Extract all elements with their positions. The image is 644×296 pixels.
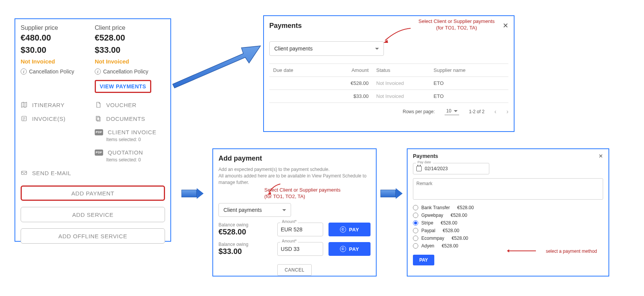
quotation-label: QUOTATION <box>108 149 143 156</box>
col-status: Status <box>376 67 434 73</box>
send-email-link[interactable]: SEND E-MAIL <box>21 169 165 176</box>
dialog-title: Payments <box>413 153 438 159</box>
table-row[interactable]: $33.00 Not Invoiced ETO <box>269 90 508 103</box>
list-icon <box>21 115 28 122</box>
payment-method-bank-transfer[interactable]: Bank Transfer €528.00 <box>413 205 603 210</box>
cancellation-label: Cancellation Policy <box>103 68 148 75</box>
add-service-button[interactable]: ADD SERVICE <box>21 207 165 222</box>
itinerary-link[interactable]: ITINERARY <box>21 101 91 108</box>
quotation-sub: Items selected: 0 <box>106 157 165 163</box>
col-supplier: Supplier name <box>434 67 508 73</box>
itinerary-label: ITINERARY <box>32 102 65 108</box>
amount-input[interactable] <box>277 223 323 236</box>
payment-method-options: Bank Transfer €528.00 Gpwebpay €528.00 S… <box>413 205 603 249</box>
pay-button[interactable]: PAY <box>413 255 434 265</box>
svg-marker-4 <box>173 46 261 88</box>
info-icon: i <box>95 68 101 75</box>
send-email-label: SEND E-MAIL <box>32 170 71 176</box>
pay-date-input[interactable]: 02/14/2023 <box>413 163 489 174</box>
payment-type-select[interactable]: Client payments <box>269 41 384 56</box>
payment-type-select[interactable]: Client payments <box>218 203 291 217</box>
select-value: Client payments <box>274 46 312 52</box>
balance-owing-label: Balance owing <box>218 242 272 247</box>
annotation-arrow-icon <box>509 250 536 251</box>
radio-icon <box>413 228 418 233</box>
pay-icon: © <box>340 226 346 233</box>
svg-rect-1 <box>96 116 99 120</box>
invoices-label: INVOICE(S) <box>32 115 66 122</box>
summary-panel: Supplier price €480.00 $30.00 Not Invoic… <box>15 18 171 242</box>
supplier-status: Not Invoiced <box>21 58 91 65</box>
client-cancellation-link[interactable]: i Cancellation Policy <box>95 68 165 75</box>
next-page-button[interactable]: › <box>506 108 508 115</box>
radio-icon <box>413 213 418 218</box>
documents-icon <box>95 115 102 122</box>
amount-label: Amount* <box>280 220 298 224</box>
client-price-eur: €528.00 <box>95 33 165 43</box>
annotation-arrow-icon <box>382 28 413 43</box>
voucher-label: VOUCHER <box>106 102 136 108</box>
client-invoice-link[interactable]: PDF CLIENT INVOICE <box>95 129 165 135</box>
radio-icon <box>413 243 418 249</box>
cancellation-label: Cancellation Policy <box>29 68 74 75</box>
payment-method-stripe[interactable]: Stripe €528.00 <box>413 220 603 226</box>
balance-owing-value: €528.00 <box>218 228 272 236</box>
remark-input[interactable] <box>413 178 603 200</box>
supplier-col: Supplier price €480.00 $30.00 Not Invoic… <box>21 24 91 93</box>
payment-method-adyen[interactable]: Adyen €528.00 <box>413 243 603 249</box>
annotation: Select Client or Supplier payments (for … <box>419 18 495 31</box>
add-payment-dialog: Add payment Add an expected payment(s) t… <box>212 148 377 276</box>
close-icon[interactable]: ✕ <box>503 21 508 30</box>
annotation: select a payment method <box>546 249 597 254</box>
documents-link[interactable]: DOCUMENTS <box>95 115 165 122</box>
radio-icon <box>413 205 418 210</box>
radio-icon <box>413 220 418 226</box>
rows-per-page-select[interactable]: 10 <box>445 108 459 115</box>
client-col: Client price €528.00 $33.00 Not Invoiced… <box>95 24 165 93</box>
mail-icon <box>21 169 28 176</box>
svg-rect-3 <box>21 171 27 175</box>
pay-button[interactable]: © PAY <box>328 223 371 236</box>
quotation-link[interactable]: PDF QUOTATION <box>95 149 165 156</box>
map-icon <box>21 101 28 108</box>
payment-method-paypal[interactable]: Paypal €528.00 <box>413 228 603 233</box>
flow-arrow-icon <box>171 44 262 90</box>
col-due-date: Due date <box>269 67 334 73</box>
client-invoice-sub: Items selected: 0 <box>106 137 165 142</box>
chevron-down-icon <box>375 48 379 50</box>
invoices-link[interactable]: INVOICE(S) <box>21 115 91 122</box>
dialog-title: Add payment <box>218 155 371 163</box>
amount-input[interactable] <box>277 242 323 256</box>
svg-rect-2 <box>97 117 100 121</box>
add-payment-button[interactable]: ADD PAYMENT <box>21 185 165 201</box>
pay-date-label: Pay date <box>416 160 433 164</box>
voucher-link[interactable]: VOUCHER <box>95 101 165 108</box>
supplier-price-label: Supplier price <box>21 24 91 31</box>
calendar-icon <box>416 166 422 171</box>
cancel-button[interactable]: CANCEL <box>277 264 312 276</box>
annotation-arrow-icon <box>267 183 282 195</box>
page-range: 1-2 of 2 <box>469 109 485 114</box>
close-icon[interactable]: ✕ <box>599 153 603 159</box>
balance-owing-label: Balance owing <box>218 222 272 228</box>
supplier-cancellation-link[interactable]: i Cancellation Policy <box>21 68 91 75</box>
add-offline-service-button[interactable]: ADD OFFLINE SERVICE <box>21 228 165 244</box>
payment-method-gpwebpay[interactable]: Gpwebpay €528.00 <box>413 213 603 218</box>
client-price-label: Client price <box>95 24 165 31</box>
documents-label: DOCUMENTS <box>106 115 145 122</box>
amount-label: Amount* <box>280 239 298 243</box>
pay-button[interactable]: © PAY <box>328 242 371 256</box>
dialog-title: Payments <box>269 22 302 30</box>
table-header: Due date Amount Status Supplier name <box>269 64 508 77</box>
view-payments-button[interactable]: VIEW PAYMENTS <box>95 80 151 93</box>
table-pager: Rows per page: 10 1-2 of 2 ‹ › <box>269 108 508 115</box>
payment-method-ecommpay[interactable]: Ecommpay €528.00 <box>413 236 603 241</box>
table-row[interactable]: €528.00 Not Invoiced ETO <box>269 77 508 90</box>
chevron-down-icon <box>454 110 458 112</box>
select-value: Client payments <box>223 207 262 213</box>
client-invoice-label: CLIENT INVOICE <box>108 129 156 135</box>
balance-owing-value: $33.00 <box>218 247 272 256</box>
pay-date-value: 02/14/2023 <box>425 166 448 171</box>
supplier-price-usd: $30.00 <box>21 45 91 55</box>
prev-page-button[interactable]: ‹ <box>494 108 496 115</box>
